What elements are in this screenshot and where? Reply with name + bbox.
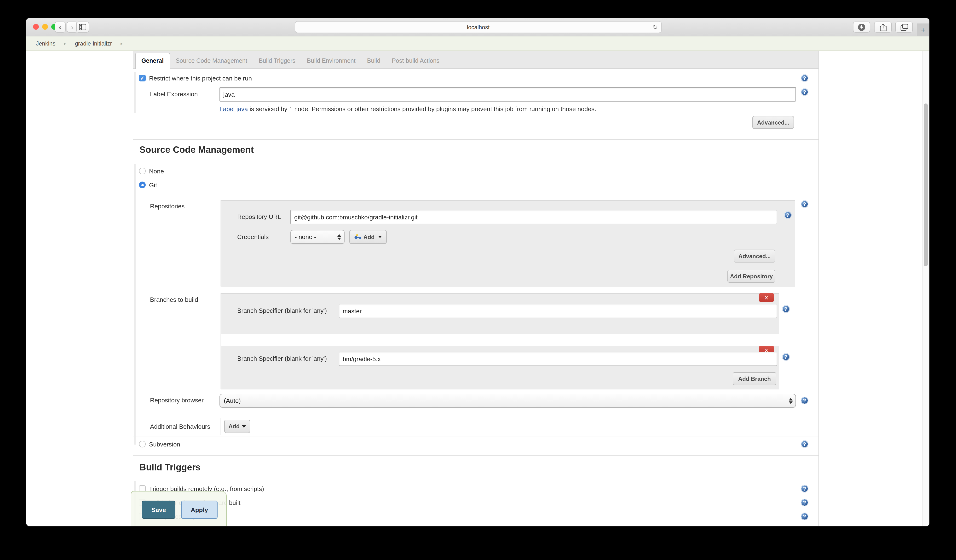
add-branch-button[interactable]: Add Branch: [733, 372, 776, 385]
forward-icon: ›: [71, 24, 73, 31]
reload-icon[interactable]: ↻: [653, 24, 658, 31]
share-button[interactable]: [874, 22, 892, 33]
credentials-select[interactable]: - none -: [290, 230, 344, 244]
restrict-checkbox[interactable]: ✓: [139, 75, 146, 82]
tab-build-environment[interactable]: Build Environment: [301, 53, 361, 69]
label-note-text: is serviced by 1 node. Permissions or ot…: [248, 105, 596, 113]
breadcrumb-separator-icon: ▸: [121, 41, 123, 46]
key-icon: [354, 234, 362, 240]
show-tabs-button[interactable]: [895, 22, 913, 33]
add-repository-button[interactable]: Add Repository: [727, 270, 775, 282]
label-expression-value: java: [223, 91, 235, 98]
scrollbar-thumb[interactable]: [924, 104, 928, 266]
label-java-link[interactable]: Label java: [220, 105, 248, 113]
credentials-selected-value: - none -: [295, 233, 316, 240]
help-icon[interactable]: ?: [801, 200, 808, 208]
add-credentials-button[interactable]: Add: [349, 230, 387, 244]
browser-window: ‹ › localhost ↻: [26, 18, 929, 526]
help-icon[interactable]: ?: [801, 74, 808, 82]
branch-specifier-input[interactable]: master: [339, 304, 777, 318]
branch-specifier-label: Branch Specifier (blank for 'any'): [237, 307, 327, 314]
restrict-label: Restrict where this project can be run: [149, 75, 252, 82]
repository-url-input[interactable]: git@github.com:bmuschko/gradle-initializ…: [290, 210, 777, 224]
caret-down-icon: [378, 236, 382, 238]
scm-subversion-radio[interactable]: [139, 441, 146, 447]
downloads-button[interactable]: [853, 22, 870, 33]
section-divider: [133, 140, 818, 140]
browser-toolbar: ‹ › localhost ↻: [26, 18, 929, 36]
advanced-button-repository[interactable]: Advanced...: [734, 249, 775, 262]
config-tabbar: General Source Code Management Build Tri…: [133, 51, 818, 69]
downloads-icon: [858, 23, 865, 31]
address-bar[interactable]: localhost ↻: [295, 21, 662, 33]
help-icon[interactable]: ?: [801, 485, 808, 493]
table-divider: [220, 200, 220, 287]
new-tab-icon: +: [921, 26, 925, 34]
repositories-label: Repositories: [150, 202, 185, 210]
branches-to-build-label: Branches to build: [150, 296, 198, 303]
breadcrumb-item-jenkins[interactable]: Jenkins: [36, 40, 55, 47]
tab-general[interactable]: General: [135, 53, 170, 69]
save-button[interactable]: Save: [142, 500, 175, 519]
screen: ‹ › localhost ↻: [0, 0, 956, 560]
help-icon[interactable]: ?: [801, 499, 808, 506]
repository-browser-select[interactable]: (Auto): [220, 394, 796, 408]
delete-branch-button[interactable]: X: [759, 293, 774, 302]
section-divider: [133, 455, 818, 456]
address-text: localhost: [467, 24, 490, 30]
config-page: General Source Code Management Build Tri…: [26, 51, 929, 526]
tab-post-build-actions[interactable]: Post-build Actions: [386, 53, 445, 69]
scm-heading: Source Code Management: [140, 145, 254, 155]
scm-none-radio[interactable]: [139, 168, 146, 174]
branch-specifier-input[interactable]: bm/gradle-5.x: [339, 351, 777, 366]
share-icon: [880, 23, 886, 31]
new-tab-button[interactable]: +: [917, 24, 929, 36]
scm-none-label: None: [149, 168, 164, 175]
help-icon[interactable]: ?: [782, 305, 790, 313]
breadcrumb: Jenkins ▸ gradle-initializr ▸: [26, 36, 929, 51]
branch-specifier-value: bm/gradle-5.x: [343, 355, 381, 362]
help-icon[interactable]: ?: [801, 440, 808, 448]
tab-build[interactable]: Build: [361, 53, 386, 69]
apply-button[interactable]: Apply: [181, 500, 217, 519]
table-divider: [220, 293, 220, 389]
additional-behaviours-label: Additional Behaviours: [150, 423, 211, 430]
back-button[interactable]: ‹: [55, 22, 66, 33]
repository-url-value: git@github.com:bmuschko/gradle-initializ…: [294, 213, 418, 221]
help-icon[interactable]: ?: [801, 88, 808, 96]
page-scrollbar[interactable]: [923, 51, 929, 526]
repository-url-label: Repository URL: [237, 213, 281, 220]
repository-browser-value: (Auto): [224, 397, 241, 404]
help-icon[interactable]: ?: [784, 211, 792, 219]
scm-git-radio[interactable]: [139, 182, 146, 188]
help-icon[interactable]: ?: [782, 353, 790, 361]
content-right-border: [818, 51, 819, 526]
sidebar-icon: [79, 24, 86, 30]
add-behaviour-button[interactable]: Add: [224, 420, 250, 433]
select-stepper-icon: [789, 398, 792, 403]
breadcrumb-item-job[interactable]: gradle-initializr: [75, 40, 112, 47]
table-divider: [220, 418, 220, 435]
branch-specifier-label: Branch Specifier (blank for 'any'): [237, 355, 327, 362]
scm-git-label: Git: [149, 182, 157, 189]
label-expression-label: Label Expression: [150, 91, 198, 98]
tab-source-code-management[interactable]: Source Code Management: [170, 53, 253, 69]
repository-browser-label: Repository browser: [150, 397, 204, 404]
row-divider: [133, 436, 818, 436]
sidebar-button[interactable]: [76, 22, 89, 33]
help-icon[interactable]: ?: [801, 397, 808, 404]
tabs-icon: [900, 24, 908, 30]
build-triggers-heading: Build Triggers: [140, 462, 201, 473]
row-strip: [134, 72, 135, 113]
tab-build-triggers[interactable]: Build Triggers: [253, 53, 301, 69]
close-window-button[interactable]: [33, 24, 39, 30]
add-behaviour-label: Add: [229, 423, 240, 430]
branch-specifier-value: master: [343, 307, 362, 314]
advanced-button-general[interactable]: Advanced...: [752, 116, 794, 129]
label-expression-input[interactable]: java: [220, 87, 796, 102]
scm-subversion-label: Subversion: [149, 441, 180, 448]
minimize-window-button[interactable]: [42, 24, 48, 30]
caret-down-icon: [242, 425, 246, 428]
help-icon[interactable]: ?: [801, 513, 808, 520]
add-credentials-label: Add: [363, 234, 375, 240]
